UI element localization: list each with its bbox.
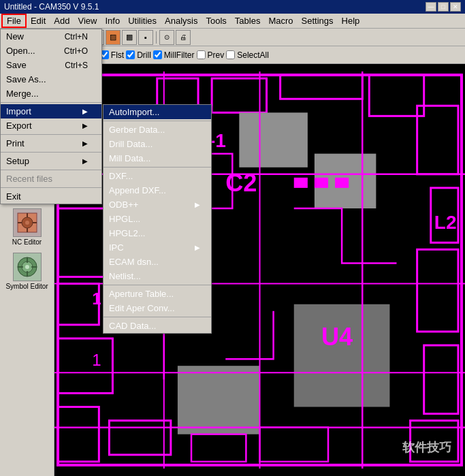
submenu-gerber[interactable]: Gerber Data... [103,123,211,137]
menu-item-info[interactable]: Info [101,14,124,28]
menu-item-tables[interactable]: Tables [231,14,265,28]
title-bar-text: Untitled - CAM350 V 9.5.1 [4,2,426,12]
submenu-aperture-table[interactable]: Aperture Table... [103,287,211,301]
nc-editor-icon [13,208,42,237]
import-arrow-icon: ▶ [82,108,88,115]
menu-item-view[interactable]: View [74,14,101,28]
ipc-label: IPC [109,242,124,253]
submenu-ipc[interactable]: IPC ▶ [103,240,211,255]
submenu-sep-1 [103,121,211,121]
menu-item-add[interactable]: Add [50,14,74,28]
millfilter-checkbox[interactable] [153,50,162,59]
odb-arrow-icon: ▶ [181,201,200,208]
ipc-arrow-icon: ▶ [181,244,200,251]
setup-label: Setup [6,156,29,166]
menu-print[interactable]: Print ▶ [1,136,101,150]
drill-data-label: Drill Data... [109,139,153,149]
submenu-cad-data[interactable]: CAD Data... [103,319,211,333]
dropdown-sep-3 [1,152,101,153]
drill-label: Drill [137,50,151,60]
toolbar-btn-11[interactable]: 🖨 [176,30,191,45]
sidebar-item-symbol-editor[interactable]: Symbol Editor [3,251,51,291]
new-label: New [6,31,24,42]
submenu-append-dxf[interactable]: Append DXF... [103,183,211,197]
maximize-button[interactable]: □ [438,2,449,12]
symbol-editor-label: Symbol Editor [5,283,48,290]
menu-item-macro[interactable]: Macro [264,14,297,28]
submenu-sep-3 [103,285,211,285]
svg-point-17 [25,221,29,225]
toolbar-btn-8[interactable]: ▩ [122,30,137,45]
toolbar-btn-9[interactable]: ▪ [138,30,153,45]
svg-text:1: 1 [92,351,101,369]
menu-exit[interactable]: Exit [1,189,101,204]
submenu-netlist[interactable]: Netlist... [103,269,211,283]
submenu-mill[interactable]: Mill Data... [103,151,211,165]
menu-save[interactable]: Save Ctrl+S [1,58,101,72]
dxf-label: DXF... [109,171,133,181]
title-bar-buttons: — □ ✕ [426,2,461,12]
menu-recent-files[interactable]: Recent files [1,172,101,186]
menu-import[interactable]: Import ▶ AutoImport... Gerber Data... Dr… [1,104,101,118]
submenu-sep-4 [103,317,211,317]
menu-save-as[interactable]: Save As... [1,72,101,86]
title-bar: Untitled - CAM350 V 9.5.1 — □ ✕ [0,0,465,14]
submenu-ecam[interactable]: ECAM dsn... [103,255,211,269]
sidebar-item-nc-editor[interactable]: NC Editor [3,207,51,247]
mill-data-label: Mill Data... [109,153,150,163]
submenu-odb[interactable]: ODB++ ▶ [103,197,211,212]
dropdown-sep-1 [1,102,101,103]
new-shortcut: Ctrl+N [51,32,88,42]
drill-checkbox[interactable] [126,50,135,59]
svg-text:L2: L2 [434,212,457,233]
exit-label: Exit [6,191,21,202]
menu-item-settings[interactable]: Settings [298,14,338,28]
submenu-dxf[interactable]: DXF... [103,169,211,183]
submenu-hpgl2[interactable]: HPGL2... [103,226,211,240]
submenu-drill[interactable]: Drill Data... [103,137,211,151]
aperture-table-label: Aperture Table... [109,289,174,299]
svg-rect-45 [294,304,390,407]
toolbar-btn-10[interactable]: ⊙ [159,30,174,45]
selectall-checkbox[interactable] [226,50,235,59]
edit-aper-conv-label: Edit Aper Conv... [109,303,175,313]
merge-label: Merge... [6,89,39,99]
submenu-autoimport[interactable]: AutoImport... [103,105,211,119]
netlist-label: Netlist... [109,271,141,281]
submenu-sep-2 [103,167,211,168]
prev-checkbox[interactable] [197,50,206,59]
submenu-edit-aper-conv[interactable]: Edit Aper Conv... [103,301,211,315]
gerber-label: Gerber Data... [109,125,165,135]
save-label: Save [6,60,27,70]
odb-label: ODB++ [109,200,138,210]
menu-new[interactable]: New Ctrl+N [1,29,101,44]
menu-setup[interactable]: Setup ▶ [1,154,101,168]
svg-text:1: 1 [92,289,101,308]
dropdown-sep-2 [1,134,101,135]
menu-item-tools[interactable]: Tools [202,14,230,28]
print-arrow-icon: ▶ [82,140,88,147]
svg-text:U4: U4 [321,323,353,351]
toolbar-btn-7[interactable]: ▨ [106,30,121,45]
menu-export[interactable]: Export ▶ [1,118,101,133]
close-button[interactable]: ✕ [450,2,461,12]
print-label: Print [6,138,25,148]
nc-editor-label: NC Editor [12,238,42,246]
menu-item-file[interactable]: File [1,14,27,28]
menu-merge[interactable]: Merge... [1,86,101,101]
menu-item-edit[interactable]: Edit [27,14,50,28]
menu-open[interactable]: Open... Ctrl+O [1,44,101,58]
hpgl2-label: HPGL2... [109,228,145,238]
menu-item-help[interactable]: Help [338,14,364,28]
toolbar-sep-2 [156,31,157,44]
import-label: Import [6,106,31,116]
hpgl-label: HPGL... [109,214,140,224]
minimize-button[interactable]: — [426,2,436,12]
menu-item-analysis[interactable]: Analysis [161,14,202,28]
menu-item-utilities[interactable]: Utilities [124,14,161,28]
save-shortcut: Ctrl+S [51,61,88,70]
svg-text:C2: C2 [225,169,257,197]
autoimport-label: AutoImport... [109,107,159,117]
svg-rect-68 [335,178,349,188]
submenu-hpgl[interactable]: HPGL... [103,212,211,226]
